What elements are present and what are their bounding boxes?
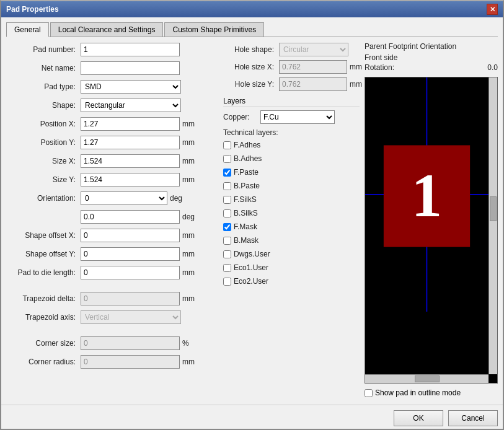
pad-to-die-input[interactable] <box>81 266 180 279</box>
checkbox-f-silks[interactable] <box>223 196 231 204</box>
pad-number-label: Pad number: <box>6 45 81 54</box>
position-x-row: Position X: mm <box>6 116 218 131</box>
preview-scrollbar-right[interactable] <box>489 77 497 374</box>
checkbox-row-10: Eco2.User <box>223 275 360 287</box>
hole-size-x-unit: mm <box>350 63 362 71</box>
shape-label: Shape: <box>6 101 81 110</box>
checkbox-row-0: F.Adhes <box>223 139 360 151</box>
size-y-unit: mm <box>182 175 198 184</box>
checkbox-f-adhes[interactable] <box>223 141 231 149</box>
pad-to-die-label: Pad to die length: <box>6 268 81 277</box>
tab-local-clearance[interactable]: Local Clearance and Settings <box>50 22 164 37</box>
preview-scrollbar-bottom[interactable] <box>365 374 489 383</box>
checkbox-eco2-user[interactable] <box>223 278 231 286</box>
checkbox-label-b-silks[interactable]: B.SilkS <box>234 209 258 217</box>
hole-shape-row: Hole shape: Circular Oval Rect <box>223 42 360 57</box>
shape-offset-y-input[interactable] <box>81 247 180 261</box>
scrollbar-thumb-horizontal[interactable] <box>415 375 440 382</box>
hole-size-x-row: Hole size X: mm <box>223 59 360 74</box>
trapezoid-axis-label: Trapezoid axis: <box>6 313 81 322</box>
hole-size-y-row: Hole size Y: mm <box>223 77 360 92</box>
checkbox-label-b-adhes[interactable]: B.Adhes <box>234 154 262 163</box>
corner-radius-input[interactable] <box>81 355 180 369</box>
corner-size-row: Corner size: % <box>6 336 218 351</box>
hole-size-y-input[interactable] <box>279 77 347 91</box>
shape-row: Shape: Rectangular Circle Oval Trapezoid… <box>6 98 218 113</box>
orientation2-input[interactable] <box>81 210 180 224</box>
copper-select[interactable]: F.Cu B.Cu <box>260 110 335 124</box>
trapezoid-axis-row: Trapezoid axis: Vertical Horizontal <box>6 310 218 325</box>
checkbox-label-b-mask[interactable]: B.Mask <box>234 236 259 245</box>
size-y-input[interactable] <box>81 173 180 186</box>
trapezoid-delta-row: Trapezoid delta: mm <box>6 291 218 306</box>
checkbox-row-1: B.Adhes <box>223 152 360 165</box>
position-y-unit: mm <box>182 138 198 147</box>
checkbox-label-f-mask[interactable]: F.Mask <box>234 222 257 231</box>
middle-panel: Hole shape: Circular Oval Rect Hole size… <box>223 42 360 397</box>
checkbox-label-eco1-user[interactable]: Eco1.User <box>234 263 268 272</box>
pad-type-select[interactable]: SMD Through-hole NPTH <box>81 80 181 94</box>
tab-bar: General Local Clearance and Settings Cus… <box>6 22 498 37</box>
shape-select[interactable]: Rectangular Circle Oval Trapezoid Rounde… <box>81 99 181 112</box>
outline-check-label[interactable]: Show pad in outline mode <box>375 388 461 397</box>
checkbox-b-mask[interactable] <box>223 237 231 245</box>
shape-offset-y-label: Shape offset Y: <box>6 250 81 258</box>
pad-to-die-row: Pad to die length: mm <box>6 265 218 280</box>
checkbox-eco1-user[interactable] <box>223 264 231 272</box>
orientation-select[interactable]: 0 90 180 270 <box>81 191 167 205</box>
position-x-unit: mm <box>182 120 198 128</box>
checkbox-b-paste[interactable] <box>223 182 231 190</box>
trapezoid-axis-select[interactable]: Vertical Horizontal <box>81 310 181 324</box>
checkbox-label-f-adhes[interactable]: F.Adhes <box>234 141 260 149</box>
close-button[interactable]: ✕ <box>487 4 498 15</box>
trapezoid-delta-input[interactable] <box>81 292 180 305</box>
shape-offset-x-label: Shape offset X: <box>6 231 81 240</box>
net-name-input[interactable] <box>81 61 180 75</box>
hole-size-y-label: Hole size Y: <box>223 80 279 89</box>
checkbox-row-6: F.Mask <box>223 221 360 233</box>
checkbox-label-b-paste[interactable]: B.Paste <box>234 182 260 190</box>
corner-radius-row: Corner radius: mm <box>6 354 218 369</box>
corner-radius-label: Corner radius: <box>6 358 81 366</box>
checkbox-b-adhes[interactable] <box>223 155 231 163</box>
checkbox-row-7: B.Mask <box>223 234 360 247</box>
checkbox-f-mask[interactable] <box>223 223 231 231</box>
corner-size-label: Corner size: <box>6 339 81 348</box>
corner-size-input[interactable] <box>81 336 180 350</box>
left-panel: Pad number: Net name: Pad type: SMD Thro… <box>6 42 218 397</box>
outline-checkbox[interactable] <box>365 389 373 397</box>
cancel-button[interactable]: Cancel <box>448 410 498 426</box>
position-x-input[interactable] <box>81 117 180 131</box>
checkbox-row-9: Eco1.User <box>223 261 360 274</box>
checkbox-b-silks[interactable] <box>223 209 231 217</box>
tab-general[interactable]: General <box>6 22 49 37</box>
shape-offset-x-input[interactable] <box>81 229 180 242</box>
checkbox-dwgs-user[interactable] <box>223 250 231 258</box>
layers-section: Layers Copper: F.Cu B.Cu Technical layer… <box>223 97 360 289</box>
hole-size-x-label: Hole size X: <box>223 63 279 71</box>
size-x-input[interactable] <box>81 154 180 168</box>
main-area: Pad number: Net name: Pad type: SMD Thro… <box>6 42 498 397</box>
svg-text:1: 1 <box>412 161 443 230</box>
pad-type-row: Pad type: SMD Through-hole NPTH <box>6 79 218 94</box>
checkbox-label-f-paste[interactable]: F.Paste <box>234 168 259 177</box>
hole-shape-select[interactable]: Circular Oval Rect <box>279 43 348 56</box>
copper-row: Copper: F.Cu B.Cu <box>223 110 360 125</box>
orientation-unit: deg <box>170 194 185 203</box>
size-x-label: Size X: <box>6 157 81 165</box>
pad-number-row: Pad number: <box>6 42 218 57</box>
scrollbar-thumb-vertical[interactable] <box>490 196 497 221</box>
trapezoid-delta-label: Trapezoid delta: <box>6 294 81 303</box>
tab-custom-shape[interactable]: Custom Shape Primitives <box>164 22 264 37</box>
checkbox-row-2: F.Paste <box>223 166 360 178</box>
parent-footprint-title: Parent Footprint Orientation <box>365 42 498 51</box>
checkbox-label-dwgs-user[interactable]: Dwgs.User <box>234 250 270 258</box>
checkbox-f-paste[interactable] <box>223 169 231 177</box>
checkbox-row-3: B.Paste <box>223 180 360 192</box>
position-y-input[interactable] <box>81 136 180 149</box>
ok-button[interactable]: OK <box>394 410 443 426</box>
pad-number-input[interactable] <box>81 43 180 56</box>
hole-size-x-input[interactable] <box>279 60 347 74</box>
checkbox-label-f-silks[interactable]: F.SilkS <box>234 195 257 204</box>
checkbox-label-eco2-user[interactable]: Eco2.User <box>234 277 268 286</box>
